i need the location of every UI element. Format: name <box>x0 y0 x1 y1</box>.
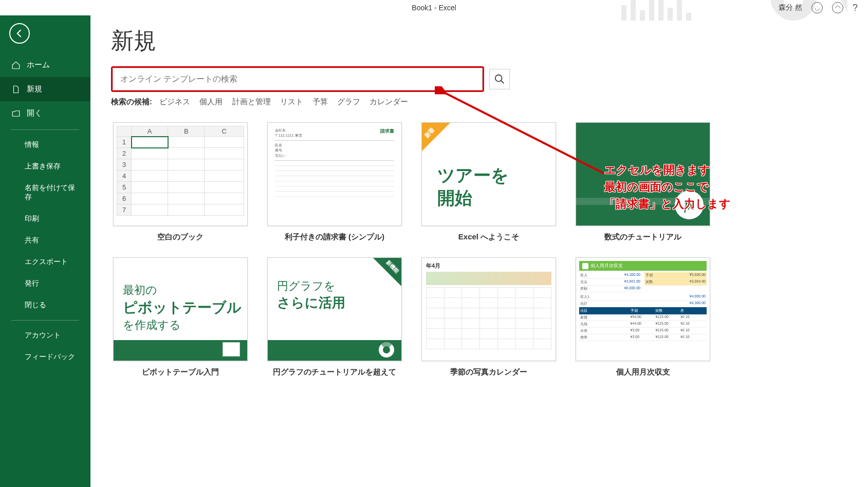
template-thumb: 会社名〒111-1111 東京請求書 氏名番号支払い <box>267 122 402 226</box>
smile-icon[interactable]: ◡ <box>811 2 823 13</box>
main-area: 新規 検索の候補: ビジネス 個人用 計画と管理 リスト 予算 グラフ カレンダ… <box>90 15 868 487</box>
template-grid: ABC 1 2 3 4 5 6 7 空白のブック 会社名〒111-1111 東京… <box>111 122 847 377</box>
template-thumb: 年4月 <box>421 257 556 361</box>
svg-point-0 <box>495 75 502 82</box>
search-icon <box>494 73 505 85</box>
template-label: 季節の写真カレンダー <box>450 367 527 377</box>
template-label: 数式のチュートリアル <box>604 232 681 242</box>
template-invoice[interactable]: 会社名〒111-1111 東京請求書 氏名番号支払い 利子付きの請求書 (シンプ… <box>265 122 404 242</box>
template-welcome[interactable]: 新着 ツアーを開始 Excel へようこそ <box>419 122 558 242</box>
template-blank-workbook[interactable]: ABC 1 2 3 4 5 6 7 空白のブック <box>111 122 250 242</box>
search-input[interactable] <box>113 68 483 90</box>
suggest-business[interactable]: ビジネス <box>159 97 190 106</box>
nav-open[interactable]: 開く <box>0 101 90 125</box>
template-label: 利子付きの請求書 (シンプル) <box>285 232 384 242</box>
nav-account[interactable]: アカウント <box>0 325 90 346</box>
sidebar: ホーム 新規 開く 情報 上書き保存 名前を付けて保存 印刷 共有 エクスポート… <box>0 15 90 487</box>
donut-chart-icon <box>379 342 394 358</box>
back-button[interactable] <box>9 23 30 44</box>
suggest-plan[interactable]: 計画と管理 <box>232 97 271 106</box>
nav-save[interactable]: 上書き保存 <box>0 156 90 177</box>
template-label: 円グラフのチュートリアルを超えて <box>273 367 396 377</box>
help-icon[interactable]: ? <box>853 3 858 13</box>
template-budget[interactable]: 個人用月次収支 収入¥4,300.00支出¥3,061.00差額¥6,000.0… <box>574 257 712 377</box>
template-thumb: 最初のピボットテーブルを作成する <box>113 257 248 361</box>
titlebar: Book1 - Excel 森分 然 ◡ ◠ ? <box>0 0 868 15</box>
nav-export[interactable]: エクスポート <box>0 251 90 273</box>
nav-publish[interactable]: 発行 <box>0 273 90 294</box>
template-thumb: 個人用月次収支 収入¥4,300.00支出¥3,061.00差額¥6,000.0… <box>576 257 710 361</box>
suggest-label: 検索の候補: <box>111 97 152 106</box>
template-thumb: 新着 ツアーを開始 <box>421 122 556 226</box>
nav-new-label: 新規 <box>27 84 42 94</box>
annotation-text: エクセルを開きます 最初の画面のここで 「請求書」と入力します <box>604 161 731 212</box>
folder-open-icon <box>11 109 21 118</box>
suggest-chart[interactable]: グラフ <box>337 97 360 106</box>
nav-home-label: ホーム <box>27 60 50 70</box>
suggest-budget[interactable]: 予算 <box>312 97 328 106</box>
file-icon <box>11 85 21 94</box>
window-title: Book1 - Excel <box>412 4 456 12</box>
home-icon <box>11 61 21 70</box>
template-label: Excel へようこそ <box>458 232 519 242</box>
template-label: ピボットテーブル入門 <box>142 367 219 377</box>
nav-close[interactable]: 閉じる <box>0 294 90 316</box>
nav-open-label: 開く <box>27 108 42 118</box>
frown-icon[interactable]: ◠ <box>832 2 843 13</box>
search-highlight-box <box>111 66 484 92</box>
nav-home[interactable]: ホーム <box>0 53 90 77</box>
template-thumb: ABC 1 2 3 4 5 6 7 <box>113 122 248 226</box>
template-label: 個人用月次収支 <box>616 367 670 377</box>
page-title: 新規 <box>111 26 847 56</box>
user-name: 森分 然 <box>779 3 802 12</box>
suggest-personal[interactable]: 個人用 <box>199 97 223 106</box>
nav-info[interactable]: 情報 <box>0 134 90 156</box>
template-calendar[interactable]: 年4月 季節の写真カレンダー <box>419 257 558 377</box>
suggestion-row: 検索の候補: ビジネス 個人用 計画と管理 リスト 予算 グラフ カレンダー <box>111 97 847 107</box>
nav-share[interactable]: 共有 <box>0 230 90 251</box>
search-button[interactable] <box>489 69 510 89</box>
template-label: 空白のブック <box>157 232 204 242</box>
nav-saveas[interactable]: 名前を付けて保存 <box>0 177 90 208</box>
nav-print[interactable]: 印刷 <box>0 208 90 230</box>
template-pivot[interactable]: 最初のピボットテーブルを作成する ピボットテーブル入門 <box>111 257 250 377</box>
suggest-list[interactable]: リスト <box>280 97 303 106</box>
pivot-table-icon <box>223 342 240 357</box>
nav-new[interactable]: 新規 <box>0 77 90 101</box>
nav-feedback[interactable]: フィードバック <box>0 346 90 368</box>
template-pie[interactable]: 新機能 円グラフをさらに活用 円グラフのチュートリアルを超えて <box>265 257 404 377</box>
template-thumb: 新機能 円グラフをさらに活用 <box>267 257 402 361</box>
suggest-calendar[interactable]: カレンダー <box>370 97 408 106</box>
